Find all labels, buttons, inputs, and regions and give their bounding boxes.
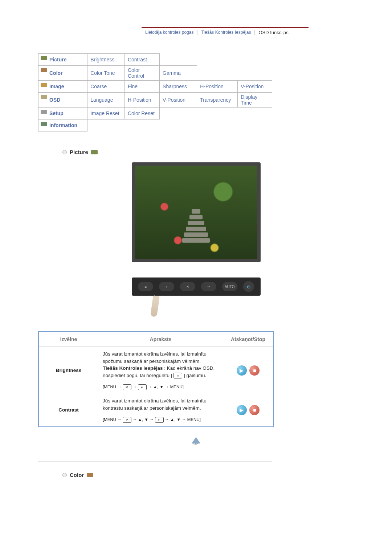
col-menu: Izvēlne <box>38 332 98 347</box>
brightness-button[interactable]: ☀ <box>180 282 195 291</box>
nav-contrast[interactable]: Contrast <box>124 54 159 66</box>
nav-color[interactable]: Color <box>38 66 87 81</box>
picture-description-table: Izvēlne Apraksts Atskaņot/Stop Brightnes… <box>38 331 274 427</box>
image-icon <box>41 83 47 87</box>
up-arrow-icon <box>192 437 200 443</box>
nav-setup[interactable]: Setup <box>38 108 87 119</box>
nav-language[interactable]: Language <box>87 93 125 108</box>
power-button[interactable]: ⏻ <box>243 281 254 292</box>
auto-button[interactable]: AUTO <box>222 282 237 291</box>
monitor-preview <box>132 162 261 262</box>
nav-hposition[interactable]: H-Position <box>197 81 238 93</box>
col-play: Atskaņot/Stop <box>223 332 274 347</box>
hand-illustration <box>132 299 261 320</box>
nav-osd-hpos[interactable]: H-Position <box>124 93 159 108</box>
nav-picture[interactable]: Picture <box>38 54 87 66</box>
row-brightness-desc: Jūs varat izmantot ekrāna izvēlnes, lai … <box>98 347 223 394</box>
row-contrast-actions: ▶ ■ <box>223 394 274 427</box>
color-icon <box>87 473 93 477</box>
nav-osd-vpos[interactable]: V-Position <box>160 93 197 108</box>
stop-button[interactable]: ■ <box>249 365 260 376</box>
row-brightness-actions: ▶ ■ <box>223 347 274 394</box>
play-button[interactable]: ▶ <box>237 405 247 415</box>
color-icon <box>41 68 47 72</box>
col-desc: Apraksts <box>98 332 223 347</box>
brightness-icon: ☼ <box>173 373 182 378</box>
info-icon <box>41 122 47 126</box>
enter-button[interactable]: ↵ <box>201 282 216 291</box>
nav-osd[interactable]: OSD <box>38 93 87 108</box>
tab-direct-controls[interactable]: Tiešās Kontroles Iespējas <box>197 30 255 35</box>
nav-vposition[interactable]: V-Position <box>238 81 272 93</box>
monitor-button-bar: ≡ ↕ ☀ ↵ AUTO ⏻ <box>132 278 261 296</box>
section-picture-title: Picture <box>70 149 88 155</box>
row-brightness-name: Brightness <box>38 347 98 394</box>
nav-color-tone[interactable]: Color Tone <box>87 66 125 81</box>
nav-information[interactable]: Information <box>38 119 87 131</box>
nav-coarse[interactable]: Coarse <box>87 81 125 93</box>
picture-icon <box>91 150 98 154</box>
section-picture-heading: Picture <box>62 149 392 155</box>
enter-icon: ↵ <box>123 384 131 390</box>
scroll-up-button[interactable] <box>189 434 203 447</box>
nav-fine[interactable]: Fine <box>124 81 159 93</box>
section-color-heading: Color <box>62 472 392 478</box>
setup-icon <box>41 110 47 114</box>
picture-icon <box>41 56 47 60</box>
nav-image-reset[interactable]: Image Reset <box>87 108 125 119</box>
tab-user-controls[interactable]: Lietotāja kontroles pogas <box>142 30 197 35</box>
nav-image[interactable]: Image <box>38 81 87 93</box>
nav-color-reset[interactable]: Color Reset <box>124 108 159 119</box>
nav-sharpness[interactable]: Sharpness <box>160 81 197 93</box>
nav-color-control[interactable]: Color Control <box>124 66 159 81</box>
row-contrast-name: Contrast <box>38 394 98 427</box>
nav-gamma[interactable]: Gamma <box>160 66 197 81</box>
bullet-icon <box>62 473 67 477</box>
nav-transparency[interactable]: Transparency <box>197 93 238 108</box>
section-divider <box>38 461 272 462</box>
nav-display-time[interactable]: Display Time <box>238 93 272 108</box>
adjust-button[interactable]: ↕ <box>159 282 174 291</box>
contrast-sequence: [MENU → ↵ → ▲, ▼ → ↵ → ▲, ▼ → MENU] <box>103 417 219 423</box>
osd-nav-table: Picture Brightness Contrast Color Color … <box>38 53 272 131</box>
nav-brightness[interactable]: Brightness <box>87 54 125 66</box>
tab-osd-functions[interactable]: OSD funkcijas <box>255 30 292 35</box>
enter-icon: ↵ <box>138 384 147 390</box>
enter-icon: ↵ <box>155 417 164 423</box>
brightness-sequence: [MENU → ↵ → ↵ → ▲, ▼ → MENU] <box>103 384 219 390</box>
top-tabs: Lietotāja kontroles pogas Tiešās Kontrol… <box>142 27 309 37</box>
stop-button[interactable]: ■ <box>249 405 260 415</box>
osd-icon <box>41 95 47 99</box>
row-contrast-desc: Jūs varat izmantot ekrāna izvēlnes, lai … <box>98 394 223 427</box>
play-button[interactable]: ▶ <box>237 365 247 376</box>
enter-icon: ↵ <box>123 417 131 423</box>
bullet-icon <box>62 150 67 154</box>
menu-button[interactable]: ≡ <box>138 282 153 291</box>
section-color-title: Color <box>70 472 84 478</box>
